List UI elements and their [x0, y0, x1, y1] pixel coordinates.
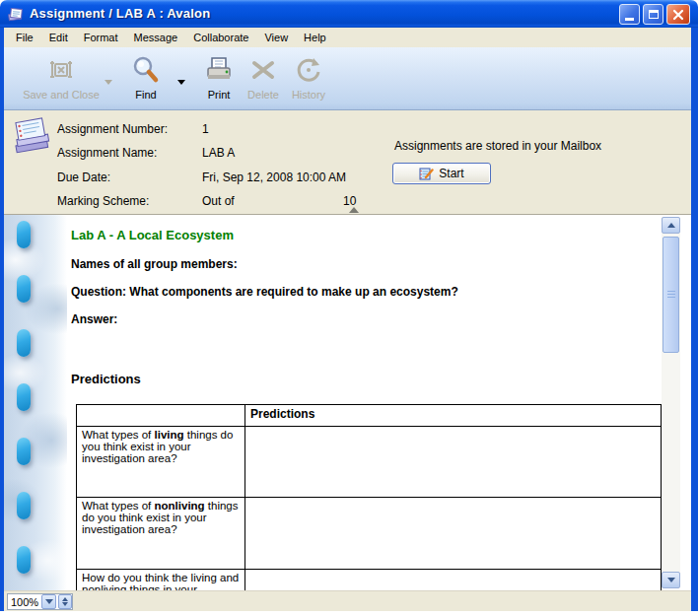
history-label: History	[292, 89, 325, 101]
question-text: What types of	[82, 429, 155, 441]
close-button[interactable]	[666, 4, 690, 25]
question-cell: What types of living things do you think…	[77, 427, 245, 498]
save-and-close-icon	[45, 54, 77, 86]
zoom-level-value: 100%	[8, 596, 41, 608]
find-label: Find	[135, 89, 156, 101]
table-header-row: Predictions	[77, 405, 662, 427]
predictions-section-title: Predictions	[71, 372, 141, 386]
binder-ring	[17, 546, 31, 574]
assignment-number-label: Assignment Number:	[57, 122, 168, 136]
chevron-up-icon	[667, 223, 675, 228]
predictions-column-header: Predictions	[245, 405, 662, 427]
marking-scheme-points: 10	[343, 194, 356, 208]
marking-scheme-value: Out of	[202, 194, 235, 208]
find-icon	[130, 54, 162, 86]
table-row: What types of living things do you think…	[77, 427, 662, 498]
doc-paragraph: Names of all group members:	[71, 257, 238, 271]
menu-view[interactable]: View	[256, 30, 296, 45]
assignment-name-label: Assignment Name:	[57, 146, 157, 160]
binder-ring	[17, 275, 31, 303]
app-icon	[7, 5, 25, 23]
minimize-icon	[625, 18, 634, 21]
zoom-control[interactable]: 100%	[7, 593, 73, 610]
window-title: Assignment / LAB A : Avalon	[30, 6, 210, 21]
delete-icon	[247, 54, 279, 86]
spinner-down-icon	[62, 602, 68, 606]
chevron-down-icon	[45, 599, 53, 604]
question-text: How do you think the living and nonlivin…	[82, 572, 239, 590]
save-and-close-dropdown[interactable]	[102, 75, 115, 89]
panel-collapse-handle[interactable]	[349, 207, 359, 213]
save-and-close-label: Save and Close	[23, 89, 100, 101]
binder-ring	[17, 438, 31, 465]
vertical-scrollbar[interactable]	[662, 217, 680, 588]
mailbox-note: Assignments are stored in your Mailbox	[394, 139, 601, 153]
scrollbar-thumb[interactable]	[663, 237, 679, 353]
print-label: Print	[208, 89, 231, 101]
marking-scheme-label: Marking Scheme:	[57, 194, 149, 208]
history-button[interactable]: History	[285, 50, 332, 107]
due-date-label: Due Date:	[57, 171, 110, 184]
menu-message[interactable]: Message	[126, 30, 186, 45]
menu-edit[interactable]: Edit	[41, 30, 76, 45]
scroll-up-button[interactable]	[662, 217, 680, 234]
assignment-name-value: LAB A	[202, 146, 235, 160]
question-text: What types of	[82, 500, 155, 512]
toolbar: Save and Close Find	[4, 47, 691, 110]
chevron-down-icon	[667, 578, 675, 582]
find-dropdown[interactable]	[174, 75, 188, 89]
menu-collaborate[interactable]: Collaborate	[185, 30, 256, 45]
menu-help[interactable]: Help	[296, 30, 334, 45]
assignment-window: Assignment / LAB A : Avalon File Edit Fo…	[0, 0, 698, 616]
maximize-icon	[649, 10, 659, 19]
start-icon	[419, 167, 434, 181]
table-row: What types of nonliving things do you th…	[77, 498, 662, 570]
question-bold-word: living	[155, 429, 184, 441]
assignment-stack-icon	[10, 115, 53, 159]
answer-cell	[245, 427, 662, 498]
history-icon	[293, 54, 324, 86]
scroll-down-button[interactable]	[662, 572, 680, 588]
chevron-down-icon	[177, 80, 185, 85]
document-area: Lab A - A Local Ecosystem Names of all g…	[4, 215, 691, 590]
assignment-number-value: 1	[202, 122, 209, 136]
maximize-button[interactable]	[643, 4, 663, 25]
scrollbar-grip	[667, 291, 675, 299]
delete-button[interactable]: Delete	[242, 50, 285, 107]
table-corner-cell	[77, 405, 245, 427]
menubar: File Edit Format Message Collaborate Vie…	[4, 28, 691, 47]
save-and-close-button[interactable]: Save and Close	[22, 50, 101, 107]
document-title: Lab A - A Local Ecosystem	[71, 228, 234, 242]
start-button[interactable]: Start	[392, 163, 491, 184]
chevron-down-icon	[105, 80, 112, 85]
answer-cell	[245, 570, 662, 591]
menu-format[interactable]: Format	[76, 30, 126, 45]
close-icon	[672, 9, 684, 21]
notebook-binding	[4, 215, 67, 590]
start-button-label: Start	[439, 167, 463, 180]
doc-paragraph: Answer:	[71, 312, 117, 326]
zoom-spinner[interactable]	[58, 594, 72, 609]
table-row: How do you think the living and nonlivin…	[77, 570, 662, 591]
predictions-table: Predictions What types of living things …	[76, 404, 662, 590]
minimize-button[interactable]	[619, 4, 640, 25]
titlebar[interactable]: Assignment / LAB A : Avalon	[0, 0, 698, 28]
binder-ring	[17, 221, 31, 248]
question-cell: How do you think the living and nonlivin…	[77, 570, 245, 591]
binder-ring	[17, 492, 31, 519]
menu-file[interactable]: File	[8, 30, 41, 45]
print-icon	[203, 54, 235, 86]
binder-ring	[17, 329, 31, 357]
question-bold-word: nonliving	[155, 500, 205, 512]
delete-label: Delete	[247, 89, 279, 101]
doc-paragraph: Question: What components are required t…	[71, 285, 458, 299]
due-date-value: Fri, Sep 12, 2008 10:00 AM	[202, 171, 346, 184]
statusbar: 100%	[4, 590, 691, 611]
find-button[interactable]: Find	[120, 50, 172, 107]
zoom-dropdown-button[interactable]	[41, 594, 56, 609]
question-cell: What types of nonliving things do you th…	[77, 498, 245, 570]
answer-cell	[245, 498, 662, 570]
print-button[interactable]: Print	[196, 50, 242, 107]
assignment-info-panel: Assignment Number: 1 Assignment Name: LA…	[4, 110, 691, 215]
spinner-up-icon	[62, 597, 68, 601]
